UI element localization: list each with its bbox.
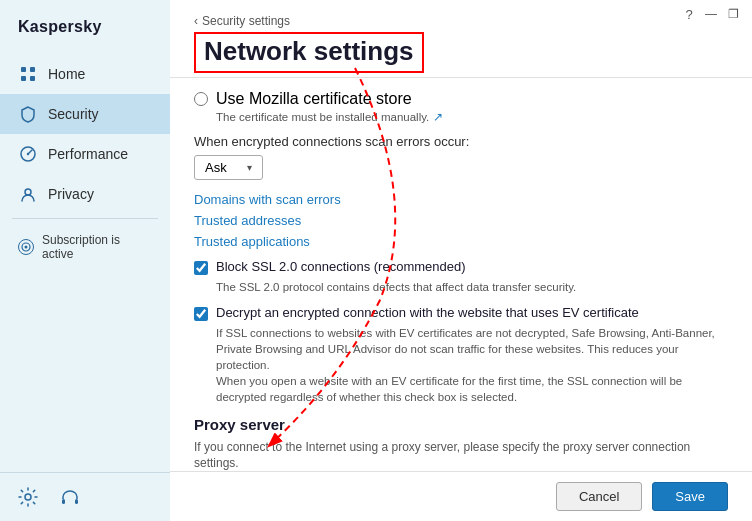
sidebar-item-label-performance: Performance [48, 146, 128, 162]
sidebar-nav: Home Security Performa [0, 46, 170, 472]
app-container: Kaspersky Home [0, 0, 752, 521]
sidebar-divider [12, 218, 158, 219]
decrypt-ev-checkbox[interactable] [194, 307, 208, 321]
sidebar-item-label-security: Security [48, 106, 99, 122]
proxy-section-desc: If you connect to the Internet using a p… [194, 439, 728, 471]
chevron-down-icon: ▾ [247, 162, 252, 173]
domains-scan-errors-link[interactable]: Domains with scan errors [194, 192, 728, 207]
cancel-button[interactable]: Cancel [556, 482, 642, 511]
settings-icon[interactable] [14, 483, 42, 511]
block-ssl-desc: The SSL 2.0 protocol contains defects th… [216, 279, 728, 295]
radio-mozilla-cert-input[interactable] [194, 92, 208, 106]
title-bar: ? — ❐ [670, 0, 752, 28]
sidebar-item-performance[interactable]: Performance [0, 134, 170, 174]
sidebar: Kaspersky Home [0, 0, 170, 521]
subscription-status: Subscription is active [0, 223, 170, 271]
decrypt-ev-label: Decrypt an encrypted connection with the… [216, 305, 639, 320]
content-footer: Cancel Save [170, 471, 752, 521]
svg-rect-0 [21, 67, 26, 72]
block-ssl-label: Block SSL 2.0 connections (recommended) [216, 259, 466, 274]
svg-rect-1 [30, 67, 35, 72]
svg-rect-11 [75, 499, 78, 504]
svg-point-9 [25, 494, 31, 500]
dropdown-value: Ask [205, 160, 227, 175]
svg-rect-3 [30, 76, 35, 81]
content-header: ‹ Security settings Network settings [170, 0, 752, 78]
main-content: ? — ❐ ‹ Security settings Network settin… [170, 0, 752, 521]
external-link-icon[interactable]: ↗ [433, 110, 443, 124]
svg-point-8 [25, 246, 28, 249]
trusted-addresses-link[interactable]: Trusted addresses [194, 213, 728, 228]
svg-point-5 [27, 153, 29, 155]
help-button[interactable]: ? [678, 3, 700, 25]
svg-rect-2 [21, 76, 26, 81]
breadcrumb-label: Security settings [202, 14, 290, 28]
save-button[interactable]: Save [652, 482, 728, 511]
minimize-button[interactable]: — [700, 3, 722, 25]
scan-error-dropdown[interactable]: Ask ▾ [194, 155, 263, 180]
sidebar-item-label-home: Home [48, 66, 85, 82]
sidebar-footer [0, 472, 170, 521]
block-ssl-checkbox-item[interactable]: Block SSL 2.0 connections (recommended) [194, 259, 728, 275]
subscription-icon [18, 239, 34, 255]
sidebar-item-privacy[interactable]: Privacy [0, 174, 170, 214]
decrypt-ev-desc: If SSL connections to websites with EV c… [216, 325, 728, 405]
radio-mozilla-cert[interactable]: Use Mozilla certificate store [194, 90, 728, 108]
trusted-applications-link[interactable]: Trusted applications [194, 234, 728, 249]
page-title: Network settings [194, 32, 728, 73]
shield-icon [18, 104, 38, 124]
app-logo: Kaspersky [0, 0, 170, 46]
sidebar-item-label-privacy: Privacy [48, 186, 94, 202]
svg-rect-10 [62, 499, 65, 504]
radio-mozilla-cert-label: Use Mozilla certificate store [216, 90, 412, 108]
breadcrumb[interactable]: ‹ Security settings [194, 8, 728, 32]
headset-icon[interactable] [56, 483, 84, 511]
proxy-section-title: Proxy server [194, 416, 728, 433]
content-body: Use Mozilla certificate store The certif… [170, 78, 752, 471]
sidebar-item-home[interactable]: Home [0, 54, 170, 94]
subscription-label: Subscription is active [42, 233, 152, 261]
scan-error-label: When encrypted connections scan errors o… [194, 134, 728, 149]
privacy-icon [18, 184, 38, 204]
block-ssl-checkbox[interactable] [194, 261, 208, 275]
radio-mozilla-cert-desc: The certificate must be installed manual… [216, 110, 728, 124]
decrypt-ev-checkbox-item[interactable]: Decrypt an encrypted connection with the… [194, 305, 728, 321]
breadcrumb-arrow: ‹ [194, 14, 198, 28]
svg-point-6 [25, 189, 31, 195]
performance-icon [18, 144, 38, 164]
sidebar-item-security[interactable]: Security [0, 94, 170, 134]
restore-button[interactable]: ❐ [722, 3, 744, 25]
checkbox-section: Block SSL 2.0 connections (recommended) … [194, 259, 728, 406]
home-icon [18, 64, 38, 84]
